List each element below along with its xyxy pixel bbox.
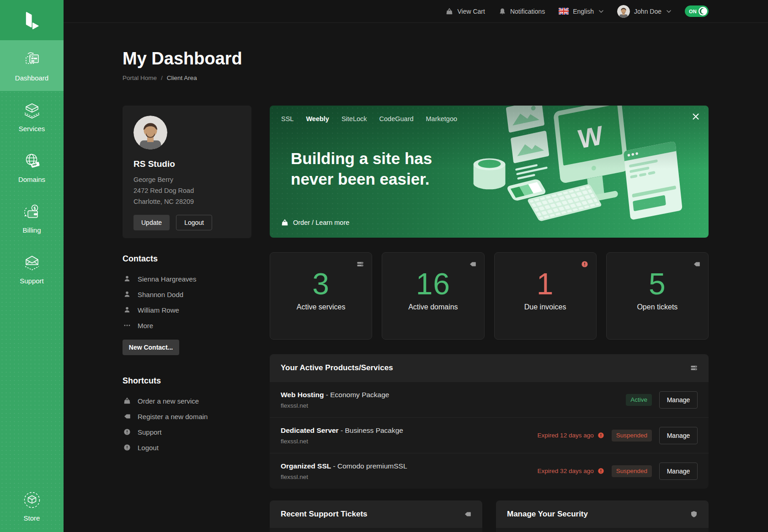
product-domain: flexssl.net (281, 402, 389, 409)
sidebar-item-label: Store (24, 514, 40, 522)
stat-card-active-domains[interactable]: 16 Active domains (382, 252, 484, 340)
view-cart-button[interactable]: View Cart (446, 8, 485, 15)
banner-tab-weebly[interactable]: Weebly (306, 115, 329, 122)
contact-item[interactable]: William Rowe (123, 302, 251, 318)
manage-security-panel: Manage Your Security (496, 500, 709, 532)
chevron-down-icon (667, 10, 671, 13)
contacts-heading: Contacts (123, 254, 251, 264)
breadcrumb-home[interactable]: Portal Home (123, 74, 157, 81)
shortcuts-heading: Shortcuts (123, 376, 251, 386)
alert-circle-icon (123, 444, 131, 451)
server-icon (690, 364, 698, 372)
address-line2: Charlotte, NC 28209 (133, 196, 240, 207)
profile-card: RS Studio George Berry 2472 Red Dog Road… (123, 106, 251, 238)
product-row-web-hosting: Web Hosting - Economy Package flexssl.ne… (270, 382, 709, 417)
stat-card-open-tickets[interactable]: 5 Open tickets (606, 252, 709, 340)
stat-card-active-services[interactable]: 3 Active services (270, 252, 372, 340)
shortcut-support[interactable]: Support (123, 424, 251, 440)
banner-cta-label: Order / Learn more (293, 219, 349, 226)
banner-tab-ssl[interactable]: SSL (281, 115, 293, 122)
moon-icon (699, 7, 707, 16)
person-icon (123, 291, 131, 298)
stat-value: 5 (607, 267, 708, 300)
client-area-dashboard: Dashboard Services (0, 0, 768, 532)
page-title: My Dashboard (123, 49, 709, 68)
banner-tab-codeguard[interactable]: CodeGuard (379, 115, 414, 122)
sidebar-item-label: Domains (18, 176, 45, 183)
panel-title: Recent Support Tickets (281, 510, 368, 519)
breadcrumb-current: Client Area (167, 74, 197, 81)
breadcrumb-separator: / (161, 74, 163, 81)
banner-cta-link[interactable]: Order / Learn more (281, 219, 349, 226)
status-badge: Suspended (612, 465, 652, 477)
contact-item[interactable]: Shannon Dodd (123, 287, 251, 302)
language-label: English (573, 8, 594, 15)
dashboard-icon (22, 50, 42, 70)
sidebar-item-support[interactable]: Support (0, 243, 64, 294)
alert-circle-icon (123, 428, 131, 436)
stat-label: Active domains (382, 303, 484, 311)
shortcut-label: Register a new domain (138, 413, 208, 420)
manage-button[interactable]: Manage (659, 463, 698, 480)
stat-card-due-invoices[interactable]: 1 Due invoices (494, 252, 597, 340)
uk-flag-icon (559, 8, 569, 15)
banner-tab-sitelock[interactable]: SiteLock (341, 115, 367, 122)
breadcrumb: Portal Home / Client Area (123, 74, 709, 81)
sidebar-item-dashboard[interactable]: Dashboard (0, 40, 64, 91)
chevron-down-icon (599, 10, 603, 13)
sidebar-item-services[interactable]: Services (0, 91, 64, 142)
sidebar-item-billing[interactable]: Billing (0, 192, 64, 243)
dark-mode-toggle[interactable]: ON (685, 5, 709, 17)
shortcut-logout[interactable]: Logout (123, 440, 251, 455)
weebly-logo-letter: W (577, 120, 605, 154)
shield-icon (690, 511, 698, 518)
ellipsis-icon (123, 322, 131, 329)
product-domain: flexssl.net (281, 473, 407, 480)
contact-item[interactable]: Sienna Hargreaves (123, 271, 251, 287)
shortcuts-list: Order a new service Register a new domai… (123, 393, 251, 455)
sidebar-nav: Dashboard Services (0, 40, 64, 294)
user-menu[interactable]: John Doe (617, 5, 671, 18)
contact-name: George Berry (133, 174, 240, 185)
stat-value: 1 (495, 267, 596, 300)
recent-support-tickets-panel: Recent Support Tickets (270, 500, 482, 532)
tag-icon (693, 261, 700, 268)
notifications-button[interactable]: Notifications (499, 8, 545, 15)
manage-button[interactable]: Manage (659, 391, 698, 409)
shortcut-order-service[interactable]: Order a new service (123, 393, 251, 409)
alert-circle-icon (597, 432, 604, 439)
panel-header: Manage Your Security (496, 500, 709, 528)
product-name: Dedicated Server (281, 426, 339, 434)
shortcut-label: Logout (138, 444, 159, 452)
sidebar-item-domains[interactable]: Domains (0, 142, 64, 192)
new-contact-button[interactable]: New Contact... (123, 340, 179, 355)
product-package: - Comodo premiumSSL (333, 462, 407, 470)
basket-icon (446, 8, 453, 15)
manage-button[interactable]: Manage (659, 427, 698, 444)
status-badge: Suspended (612, 430, 652, 442)
view-cart-label: View Cart (457, 8, 485, 15)
toggle-state-label: ON (689, 9, 697, 14)
logout-button[interactable]: Logout (176, 215, 212, 230)
bottom-panels: Recent Support Tickets Manage Your Secur… (270, 500, 709, 532)
sidebar-item-label: Billing (22, 226, 41, 234)
expired-notice: Expired 12 days ago (538, 432, 604, 439)
bell-icon (499, 8, 506, 15)
update-button[interactable]: Update (133, 215, 170, 230)
banner-tab-marketgoo[interactable]: Marketgoo (426, 115, 458, 122)
panel-header: Recent Support Tickets (270, 500, 482, 528)
server-icon (357, 261, 364, 268)
shortcut-register-domain[interactable]: Register a new domain (123, 409, 251, 424)
close-icon[interactable] (692, 113, 699, 120)
contacts-more[interactable]: More (123, 318, 251, 333)
contact-name: Sienna Hargreaves (138, 275, 196, 283)
shortcut-label: Order a new service (138, 397, 199, 405)
language-menu[interactable]: English (559, 8, 603, 15)
product-row-dedicated-server: Dedicated Server - Business Pacakge flex… (270, 417, 709, 453)
stat-label: Due invoices (495, 303, 596, 311)
stat-value: 16 (382, 267, 484, 300)
person-icon (123, 306, 131, 314)
brand-logo-icon (23, 10, 41, 31)
sidebar-item-store[interactable]: Store (0, 482, 64, 530)
app-logo[interactable] (0, 0, 64, 40)
